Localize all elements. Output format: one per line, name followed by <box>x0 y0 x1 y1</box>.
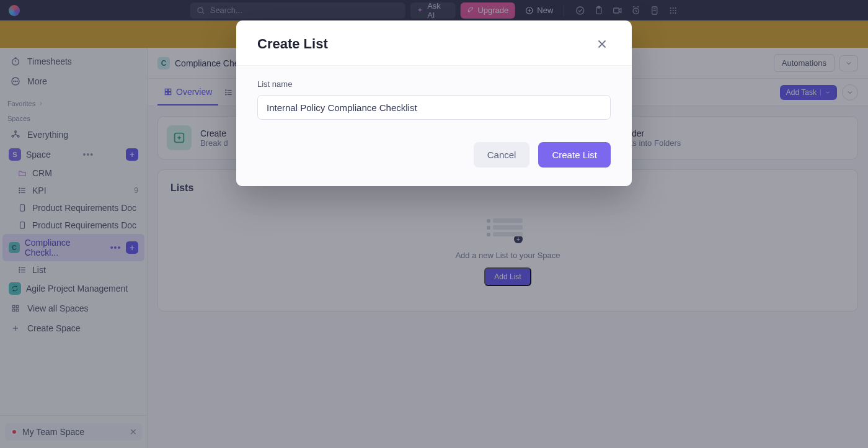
modal-body: List name <box>236 65 632 126</box>
list-name-label: List name <box>257 79 611 89</box>
list-name-input[interactable] <box>257 95 611 120</box>
modal-overlay[interactable]: Create List List name Cancel Create List <box>0 0 868 448</box>
cancel-button[interactable]: Cancel <box>474 142 530 168</box>
create-list-modal: Create List List name Cancel Create List <box>236 20 632 186</box>
modal-title: Create List <box>257 36 328 52</box>
create-list-button[interactable]: Create List <box>538 142 611 168</box>
modal-close-button[interactable] <box>593 35 611 53</box>
modal-header: Create List <box>236 20 632 65</box>
modal-footer: Cancel Create List <box>236 126 632 186</box>
close-icon <box>595 37 609 51</box>
